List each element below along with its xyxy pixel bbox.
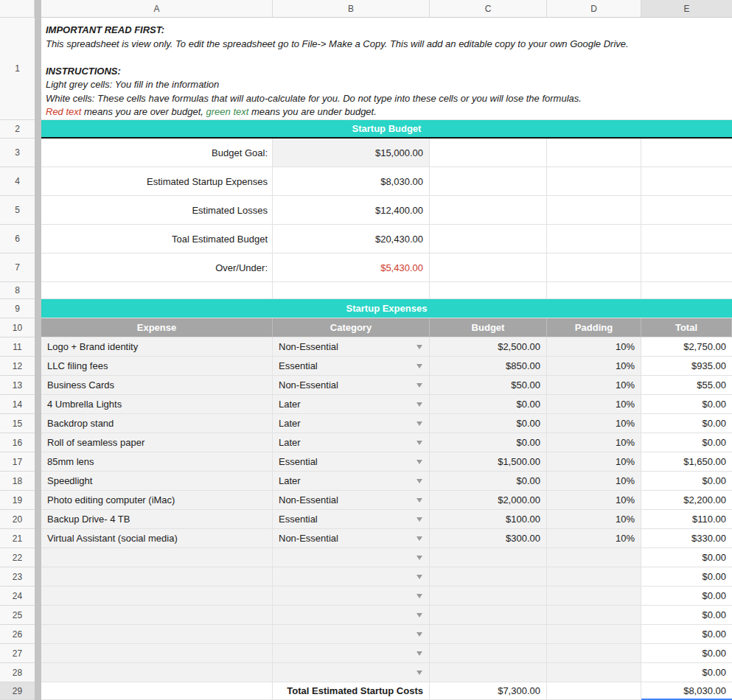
total-cell[interactable]: $0.00 [641,567,732,587]
budget-amount-cell[interactable]: $0.00 [430,472,547,491]
padding-cell[interactable]: 10% [547,414,641,433]
total-cell[interactable]: $110.00 [641,510,732,529]
total-cell[interactable]: $1,650.00 [641,452,732,472]
total-cell[interactable]: $0.00 [641,625,732,644]
budget-amount-cell[interactable]: $1,500.00 [430,452,547,472]
empty-cell[interactable] [430,139,547,167]
padding-cell[interactable]: 10% [547,529,641,548]
budget-amount-cell[interactable]: $0.00 [430,414,547,433]
budget-col-header[interactable]: Budget [430,318,547,337]
padding-cell[interactable] [547,567,641,587]
row-header-29[interactable]: 29 [0,682,35,700]
expense-name-cell[interactable] [41,587,273,606]
empty-cell[interactable] [547,282,641,299]
row-header[interactable]: 5 [0,196,35,225]
total-cell[interactable]: $0.00 [641,606,732,625]
category-dropdown-cell[interactable] [273,587,430,606]
category-dropdown-cell[interactable]: Non-Essential [273,529,430,548]
budget-amount-cell[interactable] [430,567,547,587]
padding-cell[interactable] [547,644,641,663]
total-cell[interactable]: $0.00 [641,644,732,663]
expense-name-cell[interactable]: Virtual Assistant (social media) [41,529,273,548]
total-cell[interactable]: $0.00 [641,472,732,491]
row-header[interactable]: 4 [0,167,35,196]
dropdown-arrow-icon[interactable] [416,575,422,579]
dropdown-arrow-icon[interactable] [416,651,422,656]
empty-cell[interactable] [547,682,641,700]
row-header[interactable]: 26 [0,625,35,644]
total-cell[interactable]: $55.00 [641,376,732,395]
dropdown-arrow-icon[interactable] [416,594,422,598]
budget-amount-cell[interactable] [430,606,547,625]
expense-name-cell[interactable]: LLC filing fees [41,357,273,376]
corner-select-all[interactable] [0,0,35,18]
row-header-2[interactable]: 2 [0,120,35,139]
padding-col-header[interactable]: Padding [547,318,641,337]
row-header[interactable]: 6 [0,225,35,253]
padding-cell[interactable] [547,587,641,606]
dropdown-arrow-icon[interactable] [416,556,422,560]
expense-col-header[interactable]: Expense [41,318,273,337]
col-header-e[interactable]: E [641,0,732,18]
category-dropdown-cell[interactable]: Non-Essential [273,337,430,357]
total-label-cell[interactable]: Total Estimated Startup Costs [273,682,430,700]
row-header[interactable]: 13 [0,376,35,395]
category-dropdown-cell[interactable]: Non-Essential [273,491,430,510]
category-col-header[interactable]: Category [273,318,430,337]
dropdown-arrow-icon[interactable] [416,671,422,675]
padding-cell[interactable]: 10% [547,510,641,529]
col-header-a[interactable]: A [41,0,273,18]
expense-name-cell[interactable]: 4 Umbrella Lights [41,395,273,414]
expense-name-cell[interactable] [41,606,273,625]
expense-name-cell[interactable]: Speedlight [41,472,273,491]
row-header-9[interactable]: 9 [0,299,35,318]
row-header[interactable]: 23 [0,567,35,587]
total-cell[interactable]: $935.00 [641,357,732,376]
empty-cell[interactable] [641,139,732,167]
budget-value-cell[interactable]: $12,400.00 [273,196,430,225]
budget-amount-cell[interactable]: $300.00 [430,529,547,548]
total-cell[interactable]: $0.00 [641,663,732,682]
budget-amount-cell[interactable]: $50.00 [430,376,547,395]
empty-cell[interactable] [41,282,273,299]
padding-cell[interactable] [547,606,641,625]
budget-amount-cell[interactable]: $850.00 [430,357,547,376]
empty-cell[interactable] [547,253,641,282]
budget-amount-cell[interactable] [430,548,547,567]
budget-label-cell[interactable]: Estimated Losses [41,196,273,225]
row-header-10[interactable]: 10 [0,318,35,337]
padding-cell[interactable]: 10% [547,472,641,491]
category-dropdown-cell[interactable]: Essential [273,452,430,472]
row-header[interactable]: 21 [0,529,35,548]
total-cell[interactable]: $2,200.00 [641,491,732,510]
row-header[interactable]: 17 [0,452,35,472]
expense-name-cell[interactable]: Photo editing computer (iMac) [41,491,273,510]
empty-cell[interactable] [547,167,641,196]
category-dropdown-cell[interactable] [273,606,430,625]
expense-name-cell[interactable]: Business Cards [41,376,273,395]
row-header[interactable]: 19 [0,491,35,510]
total-cell[interactable]: $0.00 [641,433,732,452]
budget-value-cell[interactable]: $15,000.00 [273,139,430,167]
category-dropdown-cell[interactable] [273,663,430,682]
budget-value-cell[interactable]: $8,030.00 [273,167,430,196]
empty-cell[interactable] [641,253,732,282]
budget-amount-cell[interactable]: $2,500.00 [430,337,547,357]
empty-cell[interactable] [547,225,641,253]
col-header-b[interactable]: B [273,0,430,18]
budget-amount-cell[interactable] [430,625,547,644]
grand-total-cell[interactable]: $8,030.00 [641,682,732,700]
budget-amount-cell[interactable] [430,663,547,682]
budget-amount-cell[interactable]: $0.00 [430,395,547,414]
padding-cell[interactable] [547,548,641,567]
row-header[interactable]: 18 [0,472,35,491]
budget-value-cell[interactable]: $20,430.00 [273,225,430,253]
category-dropdown-cell[interactable]: Non-Essential [273,376,430,395]
budget-value-cell[interactable]: $5,430.00 [273,253,430,282]
padding-cell[interactable]: 10% [547,433,641,452]
expense-name-cell[interactable] [41,663,273,682]
row-header[interactable]: 12 [0,357,35,376]
dropdown-arrow-icon[interactable] [416,460,422,464]
expense-name-cell[interactable]: Logo + Brand identity [41,337,273,357]
dropdown-arrow-icon[interactable] [416,364,422,368]
